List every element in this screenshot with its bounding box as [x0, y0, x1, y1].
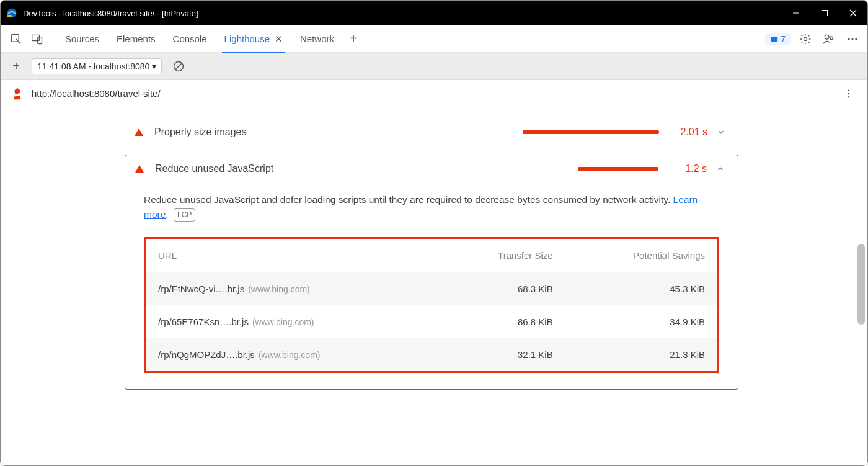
settings-icon[interactable]	[797, 30, 814, 48]
svg-point-18	[848, 89, 850, 91]
new-report-button[interactable]: +	[7, 59, 25, 73]
audit-description-text: Reduce unused JavaScript and defer loadi…	[144, 194, 670, 205]
col-url: URL	[146, 239, 440, 272]
fail-triangle-icon	[135, 128, 143, 136]
row-savings: 45.3 KiB	[565, 272, 717, 306]
row-path: /rp/65E767Ksn….br.js	[158, 316, 249, 327]
report-selector-label: 11:41:08 AM - localhost:8080	[37, 61, 149, 71]
tab-elements[interactable]: Elements	[108, 25, 164, 53]
svg-point-15	[855, 38, 857, 40]
lcp-badge: LCP	[174, 208, 195, 222]
row-savings: 21.3 KiB	[565, 338, 717, 371]
audit-impact-bar	[523, 130, 659, 134]
audit-table: URL Transfer Size Potential Savings /rp/…	[146, 239, 717, 371]
row-host: (www.bing.com)	[248, 284, 310, 294]
fail-triangle-icon	[135, 165, 144, 173]
audit-item-size-images[interactable]: Properly size images 2.01 s	[125, 119, 738, 146]
row-transfer: 32.1 KiB	[440, 338, 565, 371]
svg-rect-9	[771, 36, 778, 41]
row-transfer: 68.3 KiB	[440, 272, 565, 306]
table-row[interactable]: /rp/65E767Ksn….br.js(www.bing.com) 86.8 …	[146, 305, 717, 338]
svg-line-17	[175, 63, 183, 70]
audit-time: 1.2 s	[673, 163, 707, 174]
audit-item-unused-js: Reduce unused JavaScript 1.2 s Reduce un…	[125, 155, 738, 390]
svg-point-13	[848, 38, 850, 40]
tab-label: Lighthouse	[224, 34, 270, 44]
devtools-tab-bar: Sources Elements Console Lighthouse✕ Net…	[1, 25, 867, 53]
issues-badge[interactable]: 7	[765, 33, 790, 45]
app-icon	[6, 7, 18, 19]
tab-label: Elements	[117, 34, 156, 44]
inspect-element-icon[interactable]	[6, 29, 27, 50]
audit-content: Properly size images 2.01 s Reduce unuse…	[1, 107, 867, 466]
page-url-bar: http://localhost:8080/travel-site/	[1, 80, 867, 107]
svg-point-12	[830, 36, 833, 39]
svg-point-11	[825, 35, 829, 39]
dropdown-icon: ▾	[152, 61, 156, 71]
add-tab-button[interactable]: +	[343, 25, 364, 53]
tab-label: Sources	[65, 34, 99, 44]
devtools-tabs: Sources Elements Console Lighthouse✕ Net…	[56, 25, 765, 53]
col-transfer: Transfer Size	[440, 239, 565, 272]
scrollbar-thumb[interactable]	[857, 244, 865, 325]
audit-table-highlight: URL Transfer Size Potential Savings /rp/…	[144, 237, 719, 373]
more-icon[interactable]	[844, 30, 861, 48]
row-path: /rp/EtNwcQ-vi….br.js	[158, 284, 244, 294]
window-title: DevTools - localhost:8080/travel-site/ -…	[23, 9, 782, 18]
col-savings: Potential Savings	[565, 239, 717, 272]
svg-rect-3	[822, 11, 828, 16]
close-icon[interactable]: ✕	[275, 34, 283, 45]
page-url: http://localhost:8080/travel-site/	[32, 88, 840, 99]
lighthouse-toolbar: + 11:41:08 AM - localhost:8080 ▾	[1, 53, 867, 80]
tab-lighthouse[interactable]: Lighthouse✕	[216, 25, 291, 53]
tab-network[interactable]: Network	[291, 25, 343, 53]
scrollbar[interactable]	[856, 107, 866, 466]
table-row[interactable]: /rp/EtNwcQ-vi….br.js(www.bing.com) 68.3 …	[146, 272, 717, 306]
row-host: (www.bing.com)	[252, 317, 314, 327]
row-savings: 34.9 KiB	[565, 305, 717, 338]
window-minimize-button[interactable]	[782, 1, 810, 25]
audit-header[interactable]: Reduce unused JavaScript 1.2 s	[125, 155, 738, 182]
url-more-icon[interactable]	[840, 88, 857, 99]
report-selector[interactable]: 11:41:08 AM - localhost:8080 ▾	[32, 58, 162, 74]
audit-time: 2.01 s	[674, 127, 707, 138]
window-close-button[interactable]	[839, 1, 867, 25]
audit-impact-bar	[578, 167, 658, 171]
lighthouse-icon	[11, 87, 24, 101]
row-path: /rp/nQgMOPZdJ….br.js	[158, 349, 255, 360]
tab-label: Network	[300, 34, 334, 44]
device-toggle-icon[interactable]	[27, 29, 48, 50]
audit-title: Properly size images	[154, 127, 523, 138]
window-maximize-button[interactable]	[810, 1, 839, 25]
window-titlebar: DevTools - localhost:8080/travel-site/ -…	[1, 1, 867, 25]
tab-sources[interactable]: Sources	[56, 25, 108, 53]
chevron-up-icon[interactable]	[713, 164, 728, 173]
svg-point-19	[848, 92, 850, 94]
window-controls	[782, 1, 867, 25]
svg-rect-1	[7, 15, 12, 17]
audit-description: Reduce unused JavaScript and defer loadi…	[125, 182, 738, 228]
issues-count: 7	[781, 34, 786, 43]
svg-rect-7	[32, 35, 40, 40]
svg-point-20	[848, 96, 850, 97]
chevron-down-icon[interactable]	[714, 128, 728, 137]
svg-point-14	[852, 38, 854, 40]
table-row[interactable]: /rp/nQgMOPZdJ….br.js(www.bing.com) 32.1 …	[146, 338, 717, 371]
svg-point-10	[804, 37, 807, 40]
tab-console[interactable]: Console	[164, 25, 216, 53]
audit-title: Reduce unused JavaScript	[155, 163, 578, 174]
account-icon[interactable]	[820, 30, 838, 48]
tab-label: Console	[173, 34, 207, 44]
row-host: (www.bing.com)	[259, 350, 321, 360]
row-transfer: 86.8 KiB	[440, 305, 565, 338]
clear-icon[interactable]	[170, 58, 187, 74]
